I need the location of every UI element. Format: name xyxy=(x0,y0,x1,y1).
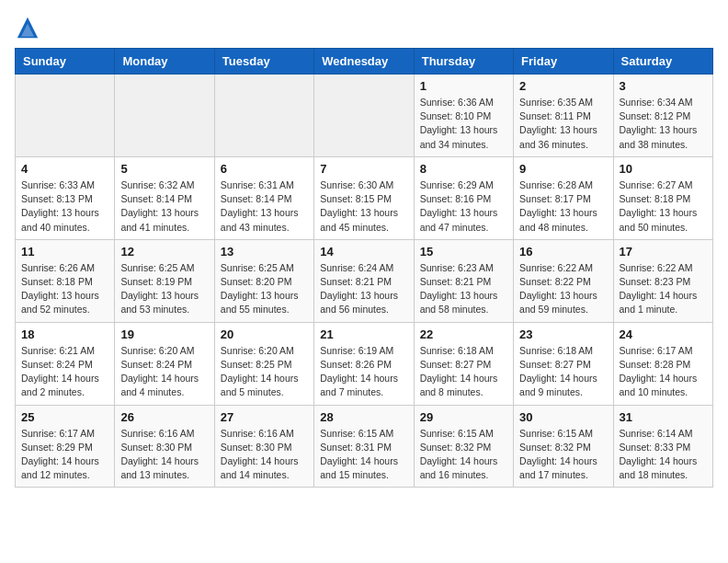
header-cell-thursday: Thursday xyxy=(414,49,513,75)
day-cell: 19Sunrise: 6:20 AM Sunset: 8:24 PM Dayli… xyxy=(115,322,214,405)
day-cell: 13Sunrise: 6:25 AM Sunset: 8:20 PM Dayli… xyxy=(214,239,313,322)
day-info: Sunrise: 6:31 AM Sunset: 8:14 PM Dayligh… xyxy=(221,178,308,235)
calendar-header: SundayMondayTuesdayWednesdayThursdayFrid… xyxy=(16,49,713,75)
day-number: 21 xyxy=(320,327,407,341)
header-cell-saturday: Saturday xyxy=(613,49,712,75)
day-cell: 14Sunrise: 6:24 AM Sunset: 8:21 PM Dayli… xyxy=(314,239,414,322)
day-cell: 30Sunrise: 6:15 AM Sunset: 8:32 PM Dayli… xyxy=(514,405,613,488)
day-info: Sunrise: 6:15 AM Sunset: 8:32 PM Dayligh… xyxy=(519,427,607,483)
day-info: Sunrise: 6:18 AM Sunset: 8:27 PM Dayligh… xyxy=(420,344,507,400)
day-number: 9 xyxy=(519,162,607,176)
day-cell: 21Sunrise: 6:19 AM Sunset: 8:26 PM Dayli… xyxy=(314,322,414,405)
day-number: 28 xyxy=(320,410,407,424)
day-cell xyxy=(214,75,313,157)
header-cell-wednesday: Wednesday xyxy=(314,49,414,75)
day-number: 14 xyxy=(320,245,407,259)
day-info: Sunrise: 6:25 AM Sunset: 8:20 PM Dayligh… xyxy=(221,261,308,317)
day-cell: 31Sunrise: 6:14 AM Sunset: 8:33 PM Dayli… xyxy=(613,405,712,488)
day-number: 11 xyxy=(21,245,108,259)
day-info: Sunrise: 6:15 AM Sunset: 8:32 PM Dayligh… xyxy=(420,427,507,483)
day-number: 26 xyxy=(120,410,208,424)
logo xyxy=(15,15,46,40)
day-info: Sunrise: 6:22 AM Sunset: 8:23 PM Dayligh… xyxy=(620,261,707,317)
day-info: Sunrise: 6:32 AM Sunset: 8:14 PM Dayligh… xyxy=(120,178,208,235)
day-info: Sunrise: 6:20 AM Sunset: 8:25 PM Dayligh… xyxy=(221,344,308,400)
day-cell: 24Sunrise: 6:17 AM Sunset: 8:28 PM Dayli… xyxy=(613,322,712,405)
day-cell: 10Sunrise: 6:27 AM Sunset: 8:18 PM Dayli… xyxy=(613,156,712,239)
header-cell-monday: Monday xyxy=(115,49,214,75)
logo-icon xyxy=(15,15,40,40)
calendar-body: 1Sunrise: 6:36 AM Sunset: 8:10 PM Daylig… xyxy=(16,75,713,488)
day-number: 31 xyxy=(620,410,707,424)
week-row-1: 1Sunrise: 6:36 AM Sunset: 8:10 PM Daylig… xyxy=(16,75,713,157)
day-number: 15 xyxy=(420,245,507,259)
day-info: Sunrise: 6:26 AM Sunset: 8:18 PM Dayligh… xyxy=(21,261,108,317)
day-cell: 12Sunrise: 6:25 AM Sunset: 8:19 PM Dayli… xyxy=(115,239,214,322)
day-info: Sunrise: 6:33 AM Sunset: 8:13 PM Dayligh… xyxy=(21,178,108,235)
day-info: Sunrise: 6:16 AM Sunset: 8:30 PM Dayligh… xyxy=(221,427,308,483)
day-number: 17 xyxy=(620,245,707,259)
day-number: 2 xyxy=(519,79,607,93)
header-cell-tuesday: Tuesday xyxy=(214,49,313,75)
day-info: Sunrise: 6:29 AM Sunset: 8:16 PM Dayligh… xyxy=(420,178,507,235)
page-container: SundayMondayTuesdayWednesdayThursdayFrid… xyxy=(15,15,713,488)
day-info: Sunrise: 6:22 AM Sunset: 8:22 PM Dayligh… xyxy=(519,261,607,317)
day-number: 18 xyxy=(21,327,108,341)
day-cell: 4Sunrise: 6:33 AM Sunset: 8:13 PM Daylig… xyxy=(16,156,115,239)
day-info: Sunrise: 6:17 AM Sunset: 8:28 PM Dayligh… xyxy=(620,344,707,400)
header-cell-sunday: Sunday xyxy=(16,49,115,75)
day-info: Sunrise: 6:20 AM Sunset: 8:24 PM Dayligh… xyxy=(120,344,208,400)
header xyxy=(15,15,713,40)
day-cell: 17Sunrise: 6:22 AM Sunset: 8:23 PM Dayli… xyxy=(613,239,712,322)
day-number: 20 xyxy=(221,327,308,341)
day-number: 16 xyxy=(519,245,607,259)
day-cell: 27Sunrise: 6:16 AM Sunset: 8:30 PM Dayli… xyxy=(214,405,313,488)
day-info: Sunrise: 6:18 AM Sunset: 8:27 PM Dayligh… xyxy=(519,344,607,400)
day-info: Sunrise: 6:23 AM Sunset: 8:21 PM Dayligh… xyxy=(420,261,507,317)
day-info: Sunrise: 6:35 AM Sunset: 8:11 PM Dayligh… xyxy=(519,96,607,152)
day-info: Sunrise: 6:16 AM Sunset: 8:30 PM Dayligh… xyxy=(120,427,208,483)
day-cell: 7Sunrise: 6:30 AM Sunset: 8:15 PM Daylig… xyxy=(314,156,414,239)
week-row-5: 25Sunrise: 6:17 AM Sunset: 8:29 PM Dayli… xyxy=(16,405,713,488)
calendar-table: SundayMondayTuesdayWednesdayThursdayFrid… xyxy=(15,48,713,488)
day-cell: 6Sunrise: 6:31 AM Sunset: 8:14 PM Daylig… xyxy=(214,156,313,239)
day-number: 12 xyxy=(120,245,208,259)
day-number: 4 xyxy=(21,162,108,176)
week-row-3: 11Sunrise: 6:26 AM Sunset: 8:18 PM Dayli… xyxy=(16,239,713,322)
day-cell: 8Sunrise: 6:29 AM Sunset: 8:16 PM Daylig… xyxy=(414,156,513,239)
day-info: Sunrise: 6:30 AM Sunset: 8:15 PM Dayligh… xyxy=(320,178,407,235)
day-info: Sunrise: 6:19 AM Sunset: 8:26 PM Dayligh… xyxy=(320,344,407,400)
day-info: Sunrise: 6:36 AM Sunset: 8:10 PM Dayligh… xyxy=(420,96,507,152)
day-number: 13 xyxy=(221,245,308,259)
day-number: 23 xyxy=(519,327,607,341)
day-cell: 9Sunrise: 6:28 AM Sunset: 8:17 PM Daylig… xyxy=(514,156,613,239)
day-cell: 23Sunrise: 6:18 AM Sunset: 8:27 PM Dayli… xyxy=(514,322,613,405)
day-info: Sunrise: 6:27 AM Sunset: 8:18 PM Dayligh… xyxy=(620,178,707,235)
day-cell: 3Sunrise: 6:34 AM Sunset: 8:12 PM Daylig… xyxy=(613,75,712,157)
day-cell: 5Sunrise: 6:32 AM Sunset: 8:14 PM Daylig… xyxy=(115,156,214,239)
day-number: 8 xyxy=(420,162,507,176)
day-number: 3 xyxy=(620,79,707,93)
day-info: Sunrise: 6:14 AM Sunset: 8:33 PM Dayligh… xyxy=(620,427,707,483)
day-number: 27 xyxy=(221,410,308,424)
day-number: 1 xyxy=(420,79,507,93)
day-cell: 22Sunrise: 6:18 AM Sunset: 8:27 PM Dayli… xyxy=(414,322,513,405)
day-info: Sunrise: 6:21 AM Sunset: 8:24 PM Dayligh… xyxy=(21,344,108,400)
week-row-4: 18Sunrise: 6:21 AM Sunset: 8:24 PM Dayli… xyxy=(16,322,713,405)
day-cell: 26Sunrise: 6:16 AM Sunset: 8:30 PM Dayli… xyxy=(115,405,214,488)
day-number: 19 xyxy=(120,327,208,341)
day-cell: 15Sunrise: 6:23 AM Sunset: 8:21 PM Dayli… xyxy=(414,239,513,322)
day-info: Sunrise: 6:34 AM Sunset: 8:12 PM Dayligh… xyxy=(620,96,707,152)
day-info: Sunrise: 6:24 AM Sunset: 8:21 PM Dayligh… xyxy=(320,261,407,317)
day-number: 29 xyxy=(420,410,507,424)
header-cell-friday: Friday xyxy=(514,49,613,75)
day-number: 6 xyxy=(221,162,308,176)
day-number: 7 xyxy=(320,162,407,176)
day-number: 24 xyxy=(620,327,707,341)
day-info: Sunrise: 6:17 AM Sunset: 8:29 PM Dayligh… xyxy=(21,427,108,483)
day-info: Sunrise: 6:28 AM Sunset: 8:17 PM Dayligh… xyxy=(519,178,607,235)
day-number: 5 xyxy=(120,162,208,176)
day-number: 22 xyxy=(420,327,507,341)
day-number: 25 xyxy=(21,410,108,424)
day-cell: 20Sunrise: 6:20 AM Sunset: 8:25 PM Dayli… xyxy=(214,322,313,405)
